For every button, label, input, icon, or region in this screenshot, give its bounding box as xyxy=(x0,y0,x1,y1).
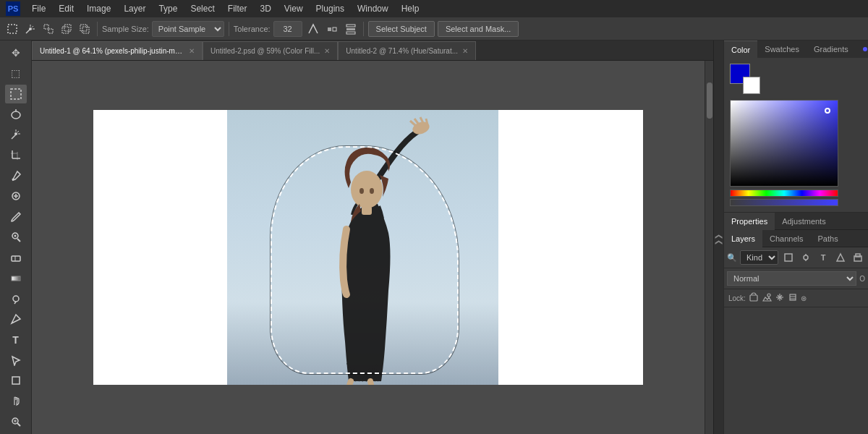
background-color-swatch[interactable] xyxy=(743,77,760,94)
tab-properties[interactable]: Properties xyxy=(724,213,775,230)
menu-edit[interactable]: Edit xyxy=(53,2,80,15)
tab-layers[interactable]: Layers xyxy=(724,230,762,247)
select-and-mask-button[interactable]: Select and Mask... xyxy=(438,21,519,37)
panel-collapse-button[interactable]: ❮❮ xyxy=(713,41,723,434)
color-tab-swatches[interactable]: Swatches xyxy=(757,41,807,58)
opacity-label: O xyxy=(859,275,865,283)
scroll-thumb[interactable] xyxy=(707,82,712,119)
tab-paths[interactable]: Paths xyxy=(811,230,846,247)
tool-artboard[interactable]: ⬚ xyxy=(5,64,27,82)
menu-3d[interactable]: 3D xyxy=(254,2,276,15)
tool-eyedropper[interactable] xyxy=(5,166,27,185)
svg-rect-38 xyxy=(12,276,20,281)
svg-point-29 xyxy=(12,179,14,181)
sample-size-select[interactable]: Point Sample xyxy=(152,21,224,37)
menu-help[interactable]: Help xyxy=(396,2,425,15)
tab-2-close[interactable]: ✕ xyxy=(324,47,330,55)
svg-rect-14 xyxy=(346,25,355,27)
tool-pen[interactable] xyxy=(5,310,27,328)
tool-gradient[interactable] xyxy=(5,268,27,287)
magic-wand-tool-icon[interactable] xyxy=(22,21,38,37)
intersect-selection-icon[interactable] xyxy=(77,21,93,37)
tool-marquee[interactable] xyxy=(5,85,27,103)
lock-all-icon[interactable]: ⊛ xyxy=(801,294,807,302)
new-selection-icon[interactable] xyxy=(4,21,20,37)
menu-image[interactable]: Image xyxy=(81,2,116,15)
color-tab-gradients[interactable]: Gradients xyxy=(807,41,856,58)
tool-crop[interactable] xyxy=(5,146,27,165)
tool-type[interactable]: T xyxy=(5,330,27,349)
sample-all-layers-icon[interactable] xyxy=(343,21,359,37)
color-panel-icon-1[interactable] xyxy=(859,43,868,56)
menu-select[interactable]: Select xyxy=(184,2,220,15)
tab-3[interactable]: Untitled-2 @ 71.4% (Hue/Saturat... ✕ xyxy=(338,41,476,60)
svg-line-34 xyxy=(17,239,20,242)
layer-filter-adjust[interactable] xyxy=(799,250,813,265)
tool-eraser[interactable] xyxy=(5,248,27,267)
color-picker-gradient[interactable] xyxy=(730,100,838,187)
svg-line-47 xyxy=(410,121,416,126)
lock-position-icon[interactable] xyxy=(775,292,785,304)
layer-search-bar: 🔍 Kind T xyxy=(724,247,868,268)
subtract-selection-icon[interactable] xyxy=(59,21,75,37)
tool-hand[interactable] xyxy=(5,391,27,410)
hue-slider[interactable] xyxy=(730,190,838,197)
photo-area xyxy=(227,110,498,385)
properties-tabs: Properties Adjustments xyxy=(724,213,868,230)
lock-artboard-icon[interactable] xyxy=(788,292,798,304)
svg-rect-17 xyxy=(11,89,21,99)
tool-shape[interactable] xyxy=(5,371,27,390)
menu-plugins[interactable]: Plugins xyxy=(310,2,350,15)
tool-panel: ✥ ⬚ xyxy=(0,41,32,434)
tool-move[interactable]: ✥ xyxy=(5,43,27,62)
lock-transparency-icon[interactable] xyxy=(749,292,759,304)
anti-alias-icon[interactable] xyxy=(305,21,321,37)
canvas-viewport[interactable] xyxy=(32,61,705,434)
tool-path-select[interactable] xyxy=(5,351,27,370)
lock-image-icon[interactable] xyxy=(762,292,772,304)
select-subject-button[interactable]: Select Subject xyxy=(368,21,435,37)
menu-window[interactable]: Window xyxy=(352,2,394,15)
figure-svg xyxy=(229,110,497,385)
svg-rect-11 xyxy=(82,27,89,33)
svg-line-43 xyxy=(17,423,20,426)
right-panel: Color Swatches Gradients xyxy=(723,41,868,434)
svg-rect-59 xyxy=(785,254,792,261)
tab-3-close[interactable]: ✕ xyxy=(462,47,468,55)
layer-blend-row: Normal O xyxy=(724,268,868,289)
menu-layer[interactable]: Layer xyxy=(118,2,151,15)
tool-clone[interactable] xyxy=(5,228,27,247)
contiguous-icon[interactable] xyxy=(324,21,340,37)
tool-lasso[interactable] xyxy=(5,105,27,124)
tab-1[interactable]: Untitled-1 @ 64.1% (pexels-philip-justin… xyxy=(32,41,203,60)
tab-adjustments[interactable]: Adjustments xyxy=(775,213,833,230)
svg-line-23 xyxy=(17,131,19,132)
layer-filter-type[interactable]: T xyxy=(816,250,830,265)
menu-filter[interactable]: Filter xyxy=(222,2,253,15)
layer-filter-pixel[interactable] xyxy=(781,250,796,265)
tool-dodge[interactable] xyxy=(5,289,27,308)
svg-rect-12 xyxy=(328,27,331,31)
svg-point-60 xyxy=(804,255,808,260)
menu-type[interactable]: Type xyxy=(153,2,183,15)
tool-magic-wand[interactable] xyxy=(5,125,27,144)
opacity-slider[interactable] xyxy=(730,199,838,206)
tool-brush[interactable] xyxy=(5,208,27,226)
layer-filter-shape[interactable] xyxy=(833,250,848,265)
tool-spot-heal[interactable] xyxy=(5,187,27,205)
tolerance-input[interactable] xyxy=(273,21,302,37)
menu-file[interactable]: File xyxy=(26,2,51,15)
blend-mode-select[interactable]: Normal xyxy=(727,271,856,286)
tool-zoom[interactable] xyxy=(5,412,27,431)
menu-bar: PS File Edit Image Layer Type Select Fil… xyxy=(0,0,868,17)
tab-2[interactable]: Untitled-2.psd @ 59% (Color Fill... ✕ xyxy=(203,41,338,60)
tab-channels[interactable]: Channels xyxy=(762,230,810,247)
color-tab-color[interactable]: Color xyxy=(724,41,757,58)
tab-1-close[interactable]: ✕ xyxy=(189,47,195,55)
quick-selection-icon[interactable] xyxy=(41,21,56,37)
vertical-scrollbar[interactable] xyxy=(705,61,713,434)
layer-kind-select[interactable]: Kind xyxy=(740,250,778,265)
svg-rect-7 xyxy=(48,29,53,33)
layer-filter-smart[interactable] xyxy=(851,250,865,265)
menu-view[interactable]: View xyxy=(278,2,309,15)
